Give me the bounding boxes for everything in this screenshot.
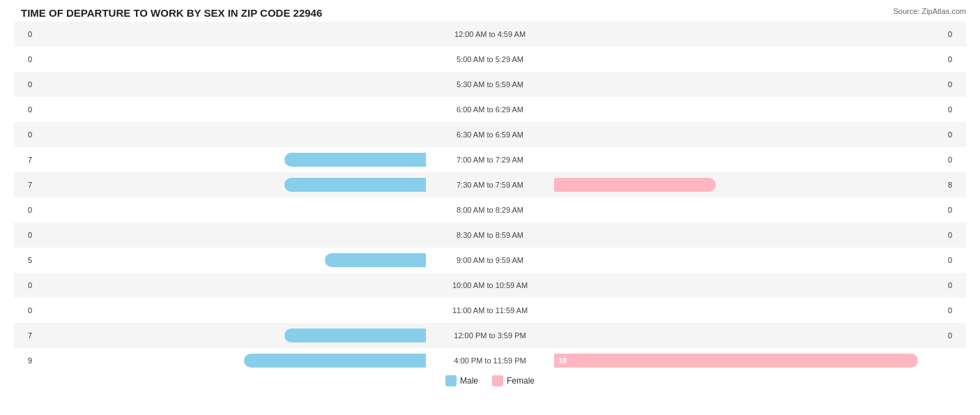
table-row: 0 10:00 AM to 10:59 AM 0 (14, 273, 966, 298)
female-bar-side (553, 303, 945, 318)
table-row: 0 8:00 AM to 8:29 AM 0 (14, 197, 966, 222)
time-label: 7:30 AM to 7:59 AM (427, 181, 553, 189)
left-value: 0 (14, 105, 35, 114)
female-bar-side (553, 102, 945, 117)
male-bar-side (35, 177, 427, 193)
time-label: 5:00 AM to 5:29 AM (427, 55, 553, 63)
time-label: 10:00 AM to 10:59 AM (427, 281, 553, 289)
time-label: 6:30 AM to 6:59 AM (427, 130, 553, 139)
right-value: 0 (945, 130, 966, 139)
right-value: 0 (945, 105, 966, 114)
legend: Male Female (14, 375, 966, 386)
male-bar-side (35, 77, 427, 92)
left-value: 0 (14, 55, 35, 63)
table-row: 0 5:30 AM to 5:59 AM 0 (14, 72, 966, 97)
legend-male-box (445, 375, 457, 386)
female-bar-side (553, 27, 945, 42)
male-bar-side (35, 102, 427, 117)
female-bar-side (553, 227, 945, 243)
table-row: 0 8:30 AM to 8:59 AM 0 (14, 222, 966, 248)
female-bar-side (553, 52, 945, 67)
left-value: 7 (14, 156, 35, 164)
time-label: 12:00 AM to 4:59 AM (427, 30, 553, 38)
female-bar-side (553, 202, 945, 218)
legend-male-label: Male (460, 376, 478, 386)
male-bar-side (35, 152, 427, 167)
right-value: 0 (945, 306, 966, 315)
male-bar-side (35, 252, 427, 268)
right-value: 0 (945, 331, 966, 340)
male-bar-side (35, 278, 427, 293)
female-bar: 18 (554, 354, 918, 368)
male-bar-side (35, 353, 427, 368)
male-bar-side (35, 328, 427, 343)
male-bar-side (35, 227, 427, 243)
table-row: 7 7:30 AM to 7:59 AM 8 (14, 172, 966, 197)
legend-male: Male (445, 375, 478, 386)
right-value: 0 (945, 281, 966, 289)
legend-female: Female (492, 375, 535, 386)
time-label: 5:30 AM to 5:59 AM (427, 80, 553, 89)
left-value: 7 (14, 331, 35, 340)
table-row: 0 11:00 AM to 11:59 AM 0 (14, 298, 966, 323)
female-bar-side (553, 278, 945, 293)
table-row: 9 4:00 PM to 11:59 PM 18 (14, 348, 966, 373)
female-bar-side (553, 127, 945, 142)
right-value: 0 (945, 80, 966, 89)
legend-female-box (492, 375, 503, 386)
female-bar-side (553, 252, 945, 268)
left-value: 0 (14, 281, 35, 289)
female-bar-side (553, 152, 945, 167)
left-value: 0 (14, 130, 35, 139)
right-value: 0 (945, 231, 966, 239)
time-label: 11:00 AM to 11:59 AM (427, 306, 553, 315)
time-label: 12:00 PM to 3:59 PM (427, 331, 553, 340)
time-label: 6:00 AM to 6:29 AM (427, 105, 553, 114)
left-value: 0 (14, 231, 35, 239)
female-bar-side (553, 77, 945, 92)
right-value: 0 (945, 30, 966, 38)
left-value: 0 (14, 306, 35, 315)
time-label: 7:00 AM to 7:29 AM (427, 156, 553, 164)
source-text: Source: ZipAtlas.com (893, 7, 966, 15)
time-label: 8:00 AM to 8:29 AM (427, 206, 553, 214)
table-row: 0 12:00 AM to 4:59 AM 0 (14, 22, 966, 47)
table-row: 7 7:00 AM to 7:29 AM 0 (14, 147, 966, 172)
male-bar-side (35, 52, 427, 67)
right-value: 0 (945, 206, 966, 214)
chart-title: TIME OF DEPARTURE TO WORK BY SEX IN ZIP … (14, 7, 966, 19)
right-value: 0 (945, 256, 966, 264)
left-value: 9 (14, 356, 35, 365)
left-value: 0 (14, 80, 35, 89)
right-value: 8 (945, 181, 966, 189)
female-bar-side (553, 177, 945, 193)
male-bar (325, 253, 426, 267)
male-bar (284, 329, 426, 342)
left-value: 7 (14, 181, 35, 189)
table-row: 0 6:00 AM to 6:29 AM 0 (14, 97, 966, 122)
chart-container: TIME OF DEPARTURE TO WORK BY SEX IN ZIP … (0, 0, 980, 415)
male-bar (284, 178, 426, 192)
time-label: 9:00 AM to 9:59 AM (427, 256, 553, 264)
time-label: 4:00 PM to 11:59 PM (427, 356, 553, 365)
left-value: 0 (14, 30, 35, 38)
female-bar (554, 178, 716, 192)
male-bar-side (35, 27, 427, 42)
left-value: 0 (14, 206, 35, 214)
male-bar-side (35, 127, 427, 142)
legend-female-label: Female (507, 376, 535, 386)
table-row: 0 5:00 AM to 5:29 AM 0 (14, 47, 966, 72)
table-row: 7 12:00 PM to 3:59 PM 0 (14, 323, 966, 348)
time-label: 8:30 AM to 8:59 AM (427, 231, 553, 239)
female-bar-side (553, 328, 945, 343)
table-row: 5 9:00 AM to 9:59 AM 0 (14, 248, 966, 273)
right-value: 0 (945, 55, 966, 63)
right-value: 0 (945, 156, 966, 164)
left-value: 5 (14, 256, 35, 264)
male-bar (244, 354, 426, 368)
chart-area: 0 12:00 AM to 4:59 AM 0 0 5:00 AM to 5:2… (14, 22, 966, 360)
male-bar (284, 153, 426, 167)
male-bar-side (35, 303, 427, 318)
table-row: 0 6:30 AM to 6:59 AM 0 (14, 122, 966, 147)
male-bar-side (35, 202, 427, 218)
